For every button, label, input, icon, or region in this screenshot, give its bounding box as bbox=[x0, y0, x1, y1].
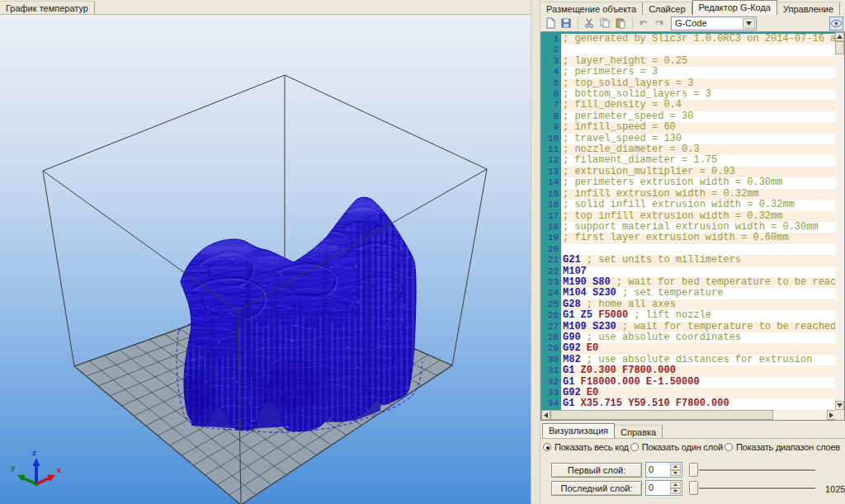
code-line: 28G90 ; use absolute coordinates bbox=[541, 332, 836, 343]
scroll-up-button[interactable] bbox=[835, 32, 844, 41]
last-layer-spinbox[interactable]: 0 bbox=[645, 480, 682, 496]
code-line: 32G1 F18000.000 E-1.50000 bbox=[541, 377, 836, 388]
code-line: 22M107 bbox=[541, 266, 836, 277]
redo-button[interactable] bbox=[652, 16, 667, 31]
scene-3d: z x y bbox=[0, 15, 531, 504]
axis-x-label: x bbox=[57, 465, 62, 474]
tab-slicer[interactable]: Слайсер bbox=[643, 2, 692, 15]
first-layer-button[interactable]: Первый слой: bbox=[551, 463, 642, 478]
radio-dot[interactable] bbox=[630, 443, 639, 451]
gcode-type-dropdown[interactable]: G-Code bbox=[671, 16, 757, 31]
radio-label: Показать весь код bbox=[555, 442, 629, 452]
code-line: 23M190 S80 ; wait for bed temperature to… bbox=[541, 277, 836, 288]
radio-show-all-code[interactable]: Показать весь код bbox=[543, 442, 629, 452]
visualization-panel: Визуализация Справка Показать весь код П… bbox=[541, 421, 845, 504]
cut-button[interactable] bbox=[582, 16, 597, 31]
scroll-down-button[interactable] bbox=[835, 401, 844, 410]
gcode-dropdown-value: G-Code bbox=[672, 18, 707, 28]
panel-splitter[interactable] bbox=[531, 0, 541, 504]
spin-up-icon[interactable] bbox=[670, 464, 681, 470]
code-line: 8; perimeter_speed = 30 bbox=[541, 111, 836, 122]
spin-up-icon[interactable] bbox=[670, 482, 681, 488]
chevron-down-icon[interactable] bbox=[743, 18, 755, 29]
spin-down-icon[interactable] bbox=[670, 470, 681, 477]
viewport-3d[interactable]: z x y bbox=[0, 15, 531, 504]
code-line: 24M104 S230 ; set temperature bbox=[541, 288, 836, 299]
spin-down-icon[interactable] bbox=[670, 488, 681, 495]
editor-toolbar: G-Code bbox=[541, 15, 845, 31]
code-line: 1; generated by Slic3r 1.0.0RC3 on 2014-… bbox=[541, 34, 836, 45]
bottom-tabstrip: Визуализация Справка bbox=[542, 423, 663, 438]
max-layers-label: 1025 bbox=[825, 484, 845, 494]
code-line: 21G21 ; set units to millimeters bbox=[541, 255, 836, 266]
code-line: 9; infill_speed = 60 bbox=[541, 122, 836, 133]
hscroll-thumb[interactable] bbox=[550, 410, 773, 420]
radio-label: Показать один слой bbox=[642, 442, 723, 452]
tab-gcode-editor[interactable]: Редактор G-Кода bbox=[692, 0, 777, 15]
spin-value: 0 bbox=[649, 464, 654, 474]
code-line: 29G92 E0 bbox=[541, 343, 836, 354]
code-line: 13; extrusion_multiplier = 0.93 bbox=[541, 167, 836, 177]
horizontal-scrollbar[interactable] bbox=[541, 410, 836, 420]
code-line: 17; top infill extrusion width = 0.32mm bbox=[541, 211, 836, 222]
code-line: 16; solid infill extrusion width = 0.32m… bbox=[541, 200, 836, 210]
tab-temperature-graph[interactable]: График температур bbox=[0, 1, 95, 14]
code-line: 11; nozzle_diameter = 0.3 bbox=[541, 144, 836, 155]
radio-dot[interactable] bbox=[543, 443, 551, 451]
tab-object-placement[interactable]: Размещение объекта bbox=[541, 2, 643, 15]
preview-eye-button[interactable] bbox=[829, 16, 843, 31]
first-layer-spinbox[interactable]: 0 bbox=[645, 462, 682, 478]
code-line: 10; travel_speed = 130 bbox=[541, 134, 836, 144]
undo-button[interactable] bbox=[636, 16, 651, 31]
code-line: 27M109 S230 ; wait for temperature to be… bbox=[541, 322, 836, 332]
application-window: График температур bbox=[0, 0, 845, 504]
code-line: 5; top_solid_layers = 3 bbox=[541, 78, 836, 89]
slider-thumb[interactable] bbox=[689, 463, 698, 477]
code-line: 6; bottom_solid_layers = 3 bbox=[541, 89, 836, 100]
slider-track bbox=[699, 469, 815, 471]
code-line: 2 bbox=[541, 45, 836, 55]
copy-button[interactable] bbox=[597, 16, 612, 31]
left-tabstrip: График температур bbox=[0, 0, 531, 15]
code-line: 31G1 Z0.300 F7800.000 bbox=[541, 365, 836, 376]
radio-dot[interactable] bbox=[725, 443, 733, 451]
right-panel: Размещение объекта Слайсер Редактор G-Ко… bbox=[541, 0, 845, 504]
code-line: 20 bbox=[541, 244, 836, 255]
paste-button[interactable] bbox=[613, 16, 628, 31]
vscroll-thumb[interactable] bbox=[835, 41, 844, 54]
code-line: 30M82 ; use absolute distances for extru… bbox=[541, 355, 836, 365]
slider-thumb[interactable] bbox=[689, 481, 698, 495]
scroll-left-button[interactable] bbox=[541, 410, 550, 420]
tab-help[interactable]: Справка bbox=[615, 425, 663, 438]
code-line: 3; layer_height = 0.25 bbox=[541, 56, 836, 67]
slider-track bbox=[699, 488, 815, 489]
code-line: 12; filament_diameter = 1.75 bbox=[541, 155, 836, 166]
last-layer-row: Последний слой: 0 bbox=[551, 480, 817, 496]
code-display-radios: Показать весь код Показать один слой Пок… bbox=[543, 442, 842, 452]
vertical-scrollbar[interactable] bbox=[835, 32, 844, 410]
code-line: 7; fill_density = 0.4 bbox=[541, 100, 836, 111]
spin-value: 0 bbox=[649, 483, 654, 492]
code-line: 33G92 E0 bbox=[541, 388, 836, 398]
save-button[interactable] bbox=[559, 16, 574, 31]
radio-show-layer-range[interactable]: Показать диапазон слоев bbox=[725, 442, 840, 452]
code-line: 14; perimeters extrusion width = 0.30mm bbox=[541, 177, 836, 188]
tab-visualization[interactable]: Визуализация bbox=[542, 423, 615, 438]
radio-label: Показать диапазон слоев bbox=[736, 442, 840, 452]
axis-z-label: z bbox=[32, 448, 36, 457]
radio-show-one-layer[interactable]: Показать один слой bbox=[630, 442, 723, 452]
code-line: 18; support material extrusion width = 0… bbox=[541, 222, 836, 233]
first-layer-slider[interactable] bbox=[689, 462, 817, 478]
code-view: 1; generated by Slic3r 1.0.0RC3 on 2014-… bbox=[541, 32, 836, 410]
code-line: 19; first layer extrusion width = 0.60mm bbox=[541, 233, 836, 243]
first-layer-row: Первый слой: 0 bbox=[551, 462, 817, 478]
last-layer-slider[interactable] bbox=[689, 480, 817, 496]
last-layer-button[interactable]: Последний слой: bbox=[551, 481, 642, 496]
axis-y-label: y bbox=[11, 463, 16, 472]
tab-control[interactable]: Управление bbox=[777, 2, 840, 15]
gcode-editor[interactable]: 1; generated by Slic3r 1.0.0RC3 on 2014-… bbox=[541, 31, 845, 421]
right-tabstrip: Размещение объекта Слайсер Редактор G-Ко… bbox=[541, 0, 845, 15]
code-line: 26G1 Z5 F5000 ; lift nozzle bbox=[541, 310, 836, 321]
new-file-button[interactable] bbox=[543, 16, 558, 31]
code-line: 4; perimeters = 3 bbox=[541, 67, 836, 78]
